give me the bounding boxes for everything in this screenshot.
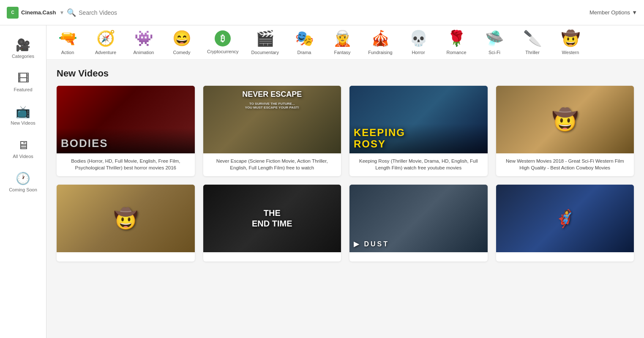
never-escape-sub-text: TO SURVIVE THE FUTURE...YOU MUST ESCAPE … — [245, 102, 299, 109]
fantasy-label: Fantasy — [334, 50, 350, 55]
featured-icon: 🎞 — [17, 71, 29, 85]
search-area: ▼ 🔍 — [59, 8, 228, 17]
video-info-western: New Western Movies 2018 - Great Sci-Fi W… — [496, 153, 634, 176]
video-grid-row2: 🤠 THE END TIME — [57, 185, 634, 262]
category-thriller[interactable]: 🔪 Thriller — [520, 30, 545, 55]
video-card-keeping-rosy[interactable]: KEEPING ROSY Keeping Rosy (Thriller Movi… — [349, 86, 488, 176]
sidebar-item-categories-label: Categories — [12, 54, 34, 59]
sidebar-item-new-videos[interactable]: 📺 New Videos — [0, 101, 46, 130]
sidebar-item-categories[interactable]: 🎥 Categories — [0, 34, 46, 63]
category-documentary[interactable]: 🎬 Documentary — [251, 30, 279, 55]
fundraising-icon: 🎪 — [371, 30, 390, 47]
video-info-cowboy — [57, 252, 195, 262]
western-icon: 🤠 — [561, 30, 580, 47]
video-thumb-dust: ▶ DUST — [349, 185, 488, 252]
documentary-icon: 🎬 — [256, 30, 275, 47]
keeping-rosy-line1: KEEPING — [354, 127, 405, 139]
logo-text: Cinema.Cash — [21, 9, 56, 16]
horror-icon: 💀 — [409, 30, 428, 47]
horror-label: Horror — [412, 50, 425, 55]
action-sci-thumb-icon: 🦸 — [554, 209, 576, 229]
category-horror[interactable]: 💀 Horror — [406, 30, 431, 55]
video-thumb-never-escape: NEVER ESCAPE TO SURVIVE THE FUTURE...YOU… — [203, 86, 341, 153]
end-time-line2: END TIME — [252, 219, 292, 229]
category-romance[interactable]: 🌹 Romance — [444, 30, 469, 55]
video-card-bodies[interactable]: BODIES Bodies (Horror, HD, Full Movie, E… — [57, 86, 195, 176]
comedy-icon: 😄 — [172, 30, 191, 47]
video-info-bodies: Bodies (Horror, HD, Full Movie, English,… — [57, 153, 195, 176]
category-animation[interactable]: 👾 Animation — [131, 30, 156, 55]
adventure-label: Adventure — [95, 50, 116, 55]
video-thumb-western: 🤠 — [496, 86, 634, 153]
logo-icon: C — [7, 7, 19, 19]
category-action[interactable]: 🔫 Action — [55, 30, 80, 55]
member-options-chevron: ▼ — [632, 9, 637, 16]
logo-area[interactable]: C Cinema.Cash — [7, 7, 56, 19]
documentary-label: Documentary — [251, 50, 279, 55]
video-card-end-time[interactable]: THE END TIME — [203, 185, 341, 262]
cryptocurrency-icon: ₿ — [215, 30, 231, 46]
sidebar: 🎥 Categories 🎞 Featured 📺 New Videos 🖥 A… — [0, 25, 46, 270]
keeping-rosy-line2: ROSY — [354, 138, 386, 150]
video-card-cowboy[interactable]: 🤠 — [57, 185, 195, 262]
never-escape-title-text: NEVER ESCAPE — [242, 90, 302, 99]
search-input[interactable] — [79, 9, 163, 16]
video-thumb-action-sci: 🦸 — [496, 185, 634, 252]
category-comedy[interactable]: 😄 Comedy — [169, 30, 194, 55]
video-card-western[interactable]: 🤠 New Western Movies 2018 - Great Sci-Fi… — [496, 86, 634, 176]
sidebar-item-new-videos-label: New Videos — [11, 120, 35, 125]
video-title-keeping-rosy: Keeping Rosy (Thriller Movie, Drama, HD,… — [355, 158, 483, 171]
western-label: Western — [562, 50, 579, 55]
sidebar-item-coming-soon[interactable]: 🕐 Coming Soon — [0, 167, 46, 196]
thriller-label: Thriller — [525, 50, 540, 55]
video-card-dust[interactable]: ▶ DUST — [349, 185, 488, 262]
romance-icon: 🌹 — [447, 30, 466, 47]
animation-icon: 👾 — [134, 30, 153, 47]
bodies-thumb-text: BODIES — [61, 137, 108, 150]
category-sci-fi[interactable]: 🛸 Sci-Fi — [482, 30, 507, 55]
cryptocurrency-label: Cryptocurrency — [207, 49, 239, 54]
category-drama[interactable]: 🎭 Drama — [292, 30, 317, 55]
categories-icon: 🎥 — [16, 38, 30, 52]
dust-thumb-text: ▶ DUST — [354, 240, 389, 248]
video-title-bodies: Bodies (Horror, HD, Full Movie, English,… — [62, 158, 190, 171]
cowboy-thumb-icon: 🤠 — [114, 207, 138, 230]
video-thumb-keeping-rosy: KEEPING ROSY — [349, 86, 488, 153]
member-options-label: Member Options — [589, 9, 630, 16]
main-content: 🔫 Action 🧭 Adventure 👾 Animation 😄 Comed… — [46, 25, 644, 270]
video-thumb-bodies: BODIES — [57, 86, 195, 153]
fundraising-label: Fundraising — [368, 50, 392, 55]
video-info-dust — [349, 252, 488, 262]
coming-soon-icon: 🕐 — [16, 172, 30, 185]
category-fantasy[interactable]: 🧝 Fantasy — [330, 30, 355, 55]
categories-bar: 🔫 Action 🧭 Adventure 👾 Animation 😄 Comed… — [46, 25, 644, 60]
end-time-line1: THE — [264, 208, 281, 218]
category-adventure[interactable]: 🧭 Adventure — [93, 30, 118, 55]
thriller-icon: 🔪 — [523, 30, 542, 47]
video-info-keeping-rosy: Keeping Rosy (Thriller Movie, Drama, HD,… — [349, 153, 488, 176]
video-title-western: New Western Movies 2018 - Great Sci-Fi W… — [501, 158, 629, 171]
content-area: New Videos BODIES Bodies (Horror, HD, Fu… — [46, 60, 644, 270]
sidebar-item-all-videos-label: All Videos — [13, 154, 33, 159]
romance-label: Romance — [446, 50, 466, 55]
category-fundraising[interactable]: 🎪 Fundraising — [368, 30, 393, 55]
video-card-action-sci[interactable]: 🦸 — [496, 185, 634, 262]
category-western[interactable]: 🤠 Western — [558, 30, 583, 55]
action-icon: 🔫 — [58, 30, 77, 47]
sidebar-item-featured[interactable]: 🎞 Featured — [0, 67, 46, 96]
sidebar-item-coming-soon-label: Coming Soon — [9, 187, 37, 192]
action-label: Action — [61, 50, 74, 55]
new-videos-title: New Videos — [57, 68, 634, 79]
category-cryptocurrency[interactable]: ₿ Cryptocurrency — [207, 30, 239, 54]
member-options[interactable]: Member Options ▼ — [589, 9, 637, 16]
fantasy-icon: 🧝 — [333, 30, 352, 47]
video-info-action-sci — [496, 252, 634, 262]
video-card-never-escape[interactable]: NEVER ESCAPE TO SURVIVE THE FUTURE...YOU… — [203, 86, 341, 176]
sidebar-item-all-videos[interactable]: 🖥 All Videos — [0, 134, 46, 163]
drama-icon: 🎭 — [295, 30, 314, 47]
western-thumb-cowboy-emoji: 🤠 — [552, 107, 578, 132]
video-info-end-time — [203, 252, 341, 262]
search-dropdown-arrow[interactable]: ▼ — [59, 10, 64, 16]
sci-fi-icon: 🛸 — [485, 30, 504, 47]
sci-fi-label: Sci-Fi — [488, 50, 500, 55]
